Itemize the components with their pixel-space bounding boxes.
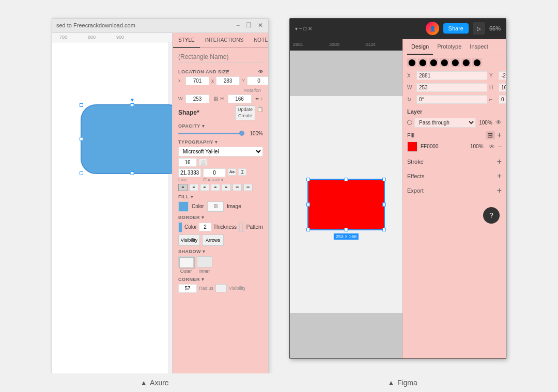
figma-w-input[interactable]	[416, 83, 487, 92]
figma-layer-visibility-btn[interactable]: 👁	[495, 119, 502, 126]
align-center-button[interactable]: ≡	[189, 184, 198, 191]
fill-image-icon[interactable]: 🖼	[207, 201, 224, 212]
shadow-header: SHADOW ▾	[178, 249, 263, 254]
figma-align-center-v-btn[interactable]: ⬤	[418, 58, 427, 67]
figma-fill-icon-btn[interactable]: ⊞	[486, 131, 495, 139]
align-bottom-button[interactable]: ═	[243, 184, 253, 191]
figma-layer-mode-select[interactable]: Pass through	[414, 118, 476, 128]
canvas-scrollbar-vertical[interactable]	[168, 42, 172, 374]
minimize-button[interactable]: −	[235, 22, 241, 29]
red-handle-br	[382, 228, 386, 231]
align-left-button[interactable]: ≡	[178, 184, 188, 191]
tab-style[interactable]: STYLE	[173, 33, 200, 48]
figma-radius-input[interactable]	[499, 95, 506, 104]
figma-align-top-btn[interactable]: ⬤	[440, 58, 449, 67]
char-spacing-input[interactable]	[203, 168, 226, 177]
figma-tab-prototype[interactable]: Prototype	[433, 39, 466, 55]
align-justify-button[interactable]: ≡	[211, 184, 220, 191]
figma-tab-design[interactable]: Design	[407, 39, 433, 55]
fill-color-swatch[interactable]	[178, 201, 189, 212]
figma-align-left-btn[interactable]: ⬤	[407, 58, 416, 67]
align-top-button[interactable]: ≡	[222, 184, 231, 191]
figma-h-input[interactable]	[499, 83, 506, 92]
x-input[interactable]	[185, 76, 209, 85]
text-format-icon2[interactable]: T	[238, 168, 246, 176]
ruler-mark-700: 700	[59, 35, 67, 40]
figma-layer-row: Pass through 100% 👁	[403, 116, 506, 129]
red-handle-ml	[306, 202, 310, 206]
figma-export-section: Export +	[403, 184, 506, 199]
x-val-input[interactable]	[216, 76, 240, 85]
figma-align-center-h-btn[interactable]: ⬤	[451, 58, 460, 67]
text-align-icon[interactable]: ⬜	[199, 159, 207, 166]
shadow-inner-button[interactable]: Inner	[197, 256, 212, 274]
figma-export-header: Export +	[407, 186, 502, 195]
figma-export-add-btn[interactable]: +	[497, 186, 502, 195]
h-input[interactable]	[228, 95, 252, 103]
figma-rotation-input[interactable]	[416, 95, 487, 104]
red-rectangle-shape[interactable]: 253 × 166	[307, 179, 385, 230]
figma-help-button[interactable]: ?	[483, 207, 500, 224]
rectangle-name-input[interactable]	[178, 51, 263, 63]
figma-layer-radio[interactable]	[407, 120, 412, 125]
border-color-swatch[interactable]	[178, 222, 182, 232]
figma-align-bottom-btn[interactable]: ⬤	[461, 58, 471, 67]
opacity-slider[interactable]	[178, 133, 244, 134]
spacing-row: Line Character Aa T	[178, 168, 263, 182]
tab-interactions[interactable]: INTERACTIONS	[200, 33, 249, 47]
figma-stroke-add-btn[interactable]: +	[497, 158, 502, 166]
close-button[interactable]: ✕	[257, 22, 264, 29]
figma-fill-color-swatch[interactable]	[407, 142, 417, 152]
figma-align-dist-h-btn[interactable]: ⬤	[472, 58, 482, 67]
line-spacing-input[interactable]	[178, 168, 201, 177]
y-input[interactable]	[247, 76, 268, 85]
figma-play-button[interactable]: ▷	[473, 22, 485, 35]
align-middle-button[interactable]: ═	[233, 184, 242, 191]
tab-notes[interactable]: NOTES	[249, 33, 268, 47]
figma-share-button[interactable]: Share	[443, 23, 469, 34]
align-right-button[interactable]: ≡	[200, 184, 209, 191]
figma-fill-remove-btn[interactable]: −	[498, 143, 502, 150]
corner-radius-input[interactable]	[178, 284, 197, 293]
figma-ruler-mark-2881: 2881	[293, 42, 303, 47]
axure-titlebar-url: sed to Freecrackdownload.com	[56, 22, 135, 28]
ruler-marks: 700 800 900	[54, 35, 124, 40]
figma-tab-inspect[interactable]: Inspect	[466, 39, 492, 55]
border-thickness-input[interactable]	[199, 223, 211, 231]
text-format-icon1[interactable]: Aa	[228, 168, 236, 176]
figma-ruler-marks: 2881 3000 3134	[293, 42, 376, 47]
typography-header: TYPOGRAPHY ▾	[178, 139, 263, 145]
corner-visibility-icon[interactable]	[215, 284, 227, 292]
restore-button[interactable]: ❐	[245, 22, 253, 29]
figma-effects-add-btn[interactable]: +	[497, 172, 502, 180]
font-size-input[interactable]	[178, 158, 197, 167]
red-handle-bc	[345, 228, 348, 231]
arrows-button[interactable]: Arrows	[202, 234, 224, 246]
shadow-outer-button[interactable]: Outer	[178, 256, 194, 274]
figma-fill-visibility-btn[interactable]: 👁	[489, 143, 495, 150]
border-header: BORDER ▾	[178, 215, 263, 220]
figma-panel-tabs: Design Prototype Inspect	[403, 39, 506, 55]
axure-label-text: Axure	[150, 379, 169, 387]
figma-align-right-btn[interactable]: ⬤	[429, 58, 438, 67]
figma-fill-hex: FF0000	[421, 144, 467, 149]
ruler-mark-800: 800	[88, 35, 96, 40]
font-family-select[interactable]: Microsoft YaHei	[178, 147, 263, 156]
figma-fill-row: FF0000 100% 👁 −	[407, 142, 502, 152]
figma-x-input[interactable]	[416, 71, 487, 80]
w-input[interactable]	[185, 95, 209, 103]
visibility-button[interactable]: Visibility	[178, 234, 200, 246]
figma-h-label: H	[489, 85, 497, 90]
red-handle-mr	[382, 202, 386, 206]
border-pattern-icon[interactable]	[239, 223, 244, 232]
corner-row: Radius Visibility	[178, 284, 263, 293]
figma-y-input[interactable]	[499, 71, 506, 80]
blue-rectangle-shape[interactable]: ▼	[81, 104, 173, 174]
rotation-handle: ▼	[130, 97, 135, 103]
axure-right-panel: STYLE INTERACTIONS NOTES LOCATION AND SI…	[173, 33, 268, 374]
figma-fill-add-btn[interactable]: +	[497, 131, 502, 139]
update-button[interactable]: Update Create	[235, 105, 255, 120]
opacity-header: OPACITY ▾	[178, 123, 263, 129]
border-color-label: Color	[184, 224, 197, 230]
figma-zoom-level[interactable]: 66%	[489, 25, 501, 32]
